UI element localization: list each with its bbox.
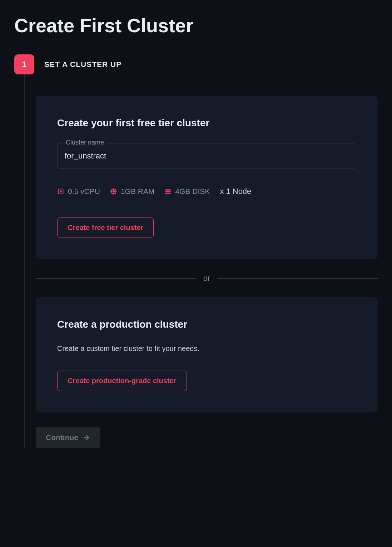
create-production-button[interactable]: Create production-grade cluster [57,371,187,391]
spec-cpu: 0.5 vCPU [57,187,100,196]
spec-nodes: x 1 Node [220,187,251,196]
divider: or [36,274,378,283]
continue-label: Continue [46,433,78,442]
svg-rect-1 [60,191,62,192]
spec-ram-text: 1GB RAM [121,187,155,196]
spec-disk: 4GB DISK [164,187,210,196]
cpu-icon [57,188,64,195]
production-title: Create a production cluster [57,319,356,330]
divider-text: or [196,274,218,283]
disk-icon [164,188,172,195]
divider-line-left [36,278,196,279]
ram-icon [110,188,117,195]
create-free-tier-button[interactable]: Create free tier cluster [57,218,154,238]
spec-disk-text: 4GB DISK [175,187,210,196]
svg-rect-9 [165,191,171,192]
content-area: Create your first free tier cluster Clus… [36,96,378,448]
free-tier-title: Create your first free tier cluster [57,117,356,129]
svg-rect-10 [165,193,171,194]
spec-cpu-text: 0.5 vCPU [68,187,100,196]
cluster-name-input-wrapper: Cluster name [57,143,356,169]
specs-row: 0.5 vCPU 1GB RAM 4GB DISK x 1 Node [57,187,356,196]
cluster-name-input[interactable] [57,143,356,169]
production-card: Create a production cluster Create a cus… [36,297,378,412]
step-number-badge: 1 [14,54,34,74]
production-subtitle: Create a custom tier cluster to fit your… [57,345,356,353]
svg-point-3 [113,191,114,192]
svg-rect-8 [165,189,171,190]
divider-line-right [217,278,378,279]
arrow-right-icon [83,434,90,441]
page-title: Create First Cluster [14,14,378,36]
step-header: 1 SET A CLUSTER UP [14,54,378,74]
free-tier-card: Create your first free tier cluster Clus… [36,96,378,259]
cluster-name-label: Cluster name [63,139,107,146]
step-label: SET A CLUSTER UP [44,60,121,69]
continue-button[interactable]: Continue [36,427,100,448]
spec-ram: 1GB RAM [110,187,155,196]
